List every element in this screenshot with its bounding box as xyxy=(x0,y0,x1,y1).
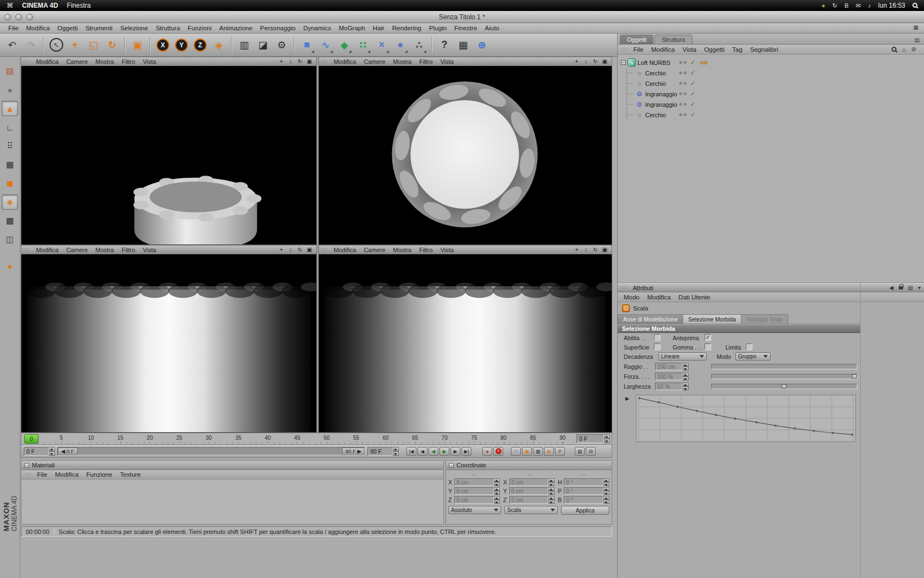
make-editable-button[interactable]: ▤ xyxy=(2,63,18,79)
tree-row-ingranaggio-3[interactable]: ⚙Ingranaggio✓ xyxy=(618,89,924,99)
om-menu-file[interactable]: File xyxy=(629,46,647,53)
panel-menu-icon[interactable]: ▾ xyxy=(918,285,921,291)
vp4-menu-mostra[interactable]: Mostra xyxy=(389,247,416,253)
apple-menu-icon[interactable]: ⌘ xyxy=(7,2,13,9)
appmenu-strumenti[interactable]: Strumenti xyxy=(81,24,116,32)
content-browser-button[interactable]: ▦ xyxy=(454,36,472,54)
vp3-maximize-view-icon[interactable]: ▣ xyxy=(305,247,314,253)
viewport-drag-handle[interactable] xyxy=(321,59,327,64)
vp4-menu-modifica[interactable]: Modifica xyxy=(329,247,360,253)
next-key-button[interactable]: ▶ xyxy=(450,447,460,456)
coord-field-1-x[interactable]: 0 cm xyxy=(509,478,555,486)
materials-menu-modifica[interactable]: Modifica xyxy=(51,471,82,478)
vp2-menu-vista[interactable]: Vista xyxy=(437,58,458,65)
appmenu-selezione[interactable]: Selezione xyxy=(117,24,152,32)
curve-expander-icon[interactable]: ▶ xyxy=(625,396,629,401)
object-label[interactable]: Loft NURBS xyxy=(637,59,670,66)
om-tab-oggetti[interactable]: Oggetti xyxy=(620,35,653,44)
add-deformer-button[interactable]: × xyxy=(373,36,391,54)
render-settings-button[interactable]: ⚙ xyxy=(273,36,290,54)
object-label[interactable]: Cerchio xyxy=(645,80,666,87)
om-menu-tag[interactable]: Tag xyxy=(728,46,746,53)
raggio-field[interactable]: 100 cm xyxy=(655,363,689,370)
vp1-maximize-view-icon[interactable]: ▣ xyxy=(305,58,314,64)
limita-checkbox[interactable] xyxy=(746,343,752,350)
end-frame-field[interactable]: 90 F xyxy=(367,447,399,456)
redo-icon[interactable]: ↷ xyxy=(22,36,40,54)
larghezza-slider[interactable] xyxy=(711,384,857,389)
attr-menu-modifica[interactable]: Modifica xyxy=(644,293,675,301)
vp1-menu-filtro[interactable]: Filtro xyxy=(118,58,139,65)
playhead[interactable]: 0 xyxy=(24,434,38,444)
object-label[interactable]: Ingranaggio xyxy=(645,101,677,108)
move-tool[interactable]: + xyxy=(66,36,84,54)
texture-mode-button[interactable]: ◈ xyxy=(2,194,18,210)
vp4-menu-camere[interactable]: Camere xyxy=(360,247,389,253)
add-spline-button[interactable]: ∿ xyxy=(317,36,334,54)
materials-panel-icon[interactable] xyxy=(24,463,29,468)
object-label[interactable]: Cerchio xyxy=(645,70,666,77)
vp1-pan-view-icon[interactable]: + xyxy=(277,58,286,64)
vp3-zoom-view-icon[interactable]: ↕ xyxy=(286,247,295,253)
tool-tab-selezione-morbida[interactable]: Selezione Morbida xyxy=(683,314,741,324)
appmenu-oggetti[interactable]: Oggetti xyxy=(53,24,81,32)
help-button[interactable]: ? xyxy=(436,36,453,54)
slider-handle[interactable] xyxy=(852,374,857,379)
visibility-dots[interactable] xyxy=(679,82,686,85)
appmenu-struttura[interactable]: Struttura xyxy=(152,24,184,32)
appmenu-rendering[interactable]: Rendering xyxy=(388,24,425,32)
om-menu-modifica[interactable]: Modifica xyxy=(647,46,679,53)
materials-menu-file[interactable]: File xyxy=(33,471,51,478)
appmenu-hair[interactable]: Hair xyxy=(369,24,388,32)
coordinate-system-button[interactable]: ◈ xyxy=(210,36,228,54)
enable-check-icon[interactable]: ✓ xyxy=(690,90,695,97)
edge-mode-button[interactable]: ▦ xyxy=(2,157,18,172)
appmenu-file[interactable]: File xyxy=(4,24,23,32)
add-particles-button[interactable]: ∴ xyxy=(410,36,428,54)
top-canvas[interactable] xyxy=(318,66,612,245)
lock-y-button[interactable]: Y xyxy=(173,36,190,54)
record-pla-toggle[interactable]: P xyxy=(555,447,565,456)
snapshot-icon[interactable]: ▤ xyxy=(908,285,913,291)
add-array-button[interactable]: ∷ xyxy=(354,36,372,54)
vp4-pan-view-icon[interactable]: + xyxy=(572,247,581,253)
coord-field-2-h[interactable]: 0 ° xyxy=(564,478,609,486)
enable-check-icon[interactable]: ✓ xyxy=(690,69,695,77)
vp3-pan-view-icon[interactable]: + xyxy=(277,247,286,253)
expander-icon[interactable]: − xyxy=(621,60,626,65)
vp4-rotate-view-icon[interactable]: ↻ xyxy=(591,247,600,253)
add-scene-button[interactable]: ● xyxy=(392,36,409,54)
tool-tab-settaggi-snap[interactable]: Settaggi Snap xyxy=(741,314,788,324)
add-primitive-button[interactable]: ■ xyxy=(298,36,316,54)
modo-dropdown[interactable]: Gruppo xyxy=(735,352,771,361)
vp3-menu-modifica[interactable]: Modifica xyxy=(32,247,62,253)
undo-icon[interactable]: ↶ xyxy=(3,36,21,54)
coord-field-2-p[interactable]: 0 ° xyxy=(564,487,609,495)
vp3-menu-vista[interactable]: Vista xyxy=(139,247,160,253)
right-canvas[interactable] xyxy=(318,254,612,433)
visibility-dots[interactable] xyxy=(679,92,686,95)
front-canvas[interactable] xyxy=(21,254,317,433)
goto-end-button[interactable]: ▶| xyxy=(461,447,471,456)
object-mode-button[interactable]: ▲ xyxy=(2,101,18,116)
record-keyframe-button[interactable]: ● xyxy=(482,447,492,456)
vp1-rotate-view-icon[interactable]: ↻ xyxy=(295,58,305,64)
menubar-clock[interactable]: lun 16:53 xyxy=(878,2,905,9)
lock-x-button[interactable]: X xyxy=(154,36,172,54)
object-tree[interactable]: −∿Loft NURBS✓○Cerchio✓○Cerchio✓⚙Ingranag… xyxy=(618,54,924,283)
om-drag-handle[interactable] xyxy=(621,47,627,52)
tree-row-cerchio-5[interactable]: ○Cerchio✓ xyxy=(618,110,924,120)
live-selection-tool[interactable]: ↖ xyxy=(47,36,65,54)
frame-range-slider[interactable]: ◀ 0 F 90 F ▶ xyxy=(57,447,365,455)
vp3-rotate-view-icon[interactable]: ↻ xyxy=(295,247,305,253)
decadenza-dropdown[interactable]: Lineare xyxy=(658,352,707,361)
point-mode-button[interactable]: ⠿ xyxy=(2,138,18,154)
slider-handle[interactable] xyxy=(782,384,787,389)
chat-status-icon[interactable]: ● xyxy=(822,2,826,9)
timeline-options-button[interactable]: ⊟ xyxy=(586,447,596,456)
attr-menu-dati-utente[interactable]: Dati Utente xyxy=(675,293,714,301)
viewport-drag-handle[interactable] xyxy=(24,247,30,253)
start-frame-field[interactable]: 0 F xyxy=(24,447,55,456)
vp1-menu-vista[interactable]: Vista xyxy=(139,58,160,65)
visibility-dots[interactable] xyxy=(679,72,686,74)
